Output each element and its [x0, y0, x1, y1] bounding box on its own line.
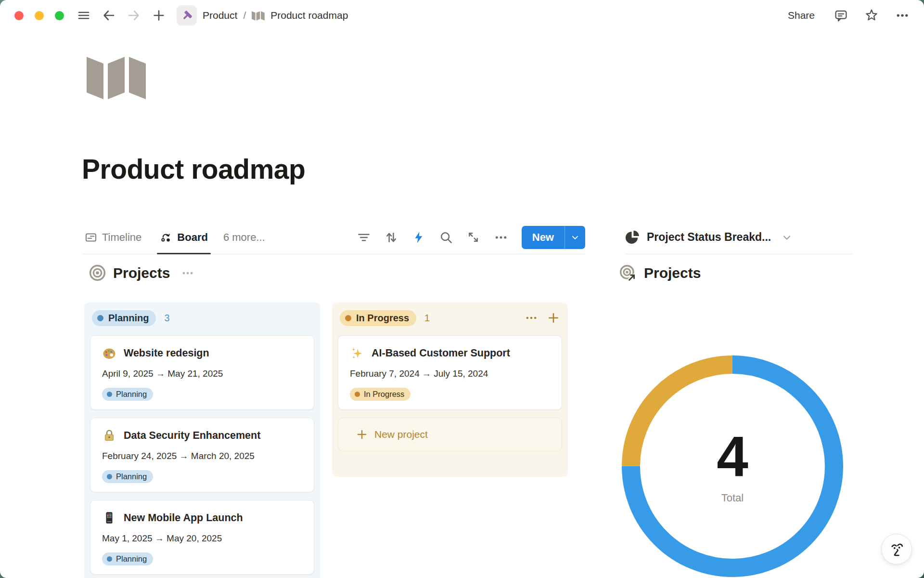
back-button[interactable]: [102, 8, 116, 23]
tab-timeline[interactable]: Timeline: [82, 221, 144, 254]
star-icon: [864, 8, 879, 23]
hammer-icon: [181, 10, 193, 22]
page-title: Product roadmap: [82, 153, 305, 185]
chevron-down-icon: [570, 233, 580, 242]
new-button[interactable]: New: [522, 226, 565, 249]
card-dates: February 7, 2024 → July 15, 2024: [350, 368, 550, 379]
column-name: Planning: [108, 313, 149, 324]
automations-button[interactable]: [411, 230, 426, 245]
card-status-label: Planning: [116, 390, 147, 399]
project-card-ai-support[interactable]: AI-Based Customer Support February 7, 20…: [338, 335, 562, 410]
status-dot: [97, 315, 103, 321]
breadcrumb-separator: /: [243, 10, 246, 21]
card-title: AI-Based Customer Support: [372, 347, 510, 359]
ai-face-icon: [888, 540, 905, 558]
board-column-in-progress: In Progress 1 AI-Based Customer Support …: [332, 302, 568, 477]
chart-section-header: Projects: [619, 264, 701, 282]
card-status-label: Planning: [116, 472, 147, 481]
linked-target-icon: [619, 264, 637, 282]
filter-icon: [357, 230, 371, 245]
status-dot: [107, 392, 112, 397]
card-status-tag: Planning: [102, 470, 153, 483]
board-view-icon: [160, 231, 172, 244]
page-icon-map[interactable]: [87, 55, 146, 99]
project-card-mobile-app[interactable]: New Mobile App Launch May 1, 2025 → May …: [90, 500, 314, 575]
chevron-down-icon: [781, 232, 793, 243]
timeline-view-icon: [85, 231, 97, 244]
expand-view-button[interactable]: [466, 230, 481, 245]
column-add-button[interactable]: [547, 311, 560, 325]
card-title: Website redesign: [124, 347, 209, 359]
lock-icon: [102, 428, 116, 443]
more-icon: [494, 230, 508, 245]
share-button[interactable]: Share: [785, 9, 818, 22]
chart-selector[interactable]: Project Status Breakd...: [625, 221, 853, 254]
card-status-tag: In Progress: [350, 388, 411, 401]
status-pill-in-progress[interactable]: In Progress: [340, 310, 416, 326]
new-project-button[interactable]: New project: [338, 418, 562, 451]
status-donut-chart[interactable]: [622, 355, 843, 577]
sort-button[interactable]: [384, 230, 399, 245]
status-dot: [345, 315, 351, 321]
hamburger-icon: [77, 8, 91, 23]
new-project-label: New project: [374, 429, 428, 440]
card-dates: April 9, 2025 → May 21, 2025: [102, 368, 302, 379]
board-section-title: Projects: [113, 265, 170, 281]
target-icon: [89, 264, 106, 282]
forward-arrow-icon: [127, 8, 141, 23]
card-status-label: In Progress: [364, 390, 404, 399]
palette-icon: [102, 346, 116, 360]
sparkles-icon: [350, 346, 364, 360]
new-page-button[interactable]: [152, 8, 166, 23]
app-window: Product / Product roadmap Share Product …: [0, 0, 924, 578]
notion-ai-button[interactable]: [881, 534, 912, 565]
column-header: Planning 3: [90, 308, 314, 328]
card-title: Data Security Enhancement: [124, 430, 260, 442]
back-arrow-icon: [102, 8, 116, 23]
status-dot: [355, 392, 360, 397]
zoom-window-button[interactable]: [55, 11, 64, 20]
sidebar-toggle-button[interactable]: [77, 8, 91, 23]
search-button[interactable]: [438, 230, 454, 245]
column-count: 3: [164, 313, 169, 324]
teamspace-icon-box[interactable]: [177, 5, 197, 26]
view-bar: Timeline Board 6 more...: [82, 221, 585, 254]
card-status-tag: Planning: [102, 388, 153, 401]
more-views-button[interactable]: 6 more...: [223, 231, 265, 244]
project-card-data-security[interactable]: Data Security Enhancement February 24, 2…: [90, 418, 314, 492]
view-options-button[interactable]: [493, 230, 509, 245]
minimize-window-button[interactable]: [35, 11, 44, 20]
breadcrumb: Product / Product roadmap: [177, 5, 348, 26]
project-card-website-redesign[interactable]: Website redesign April 9, 2025 → May 21,…: [90, 335, 314, 410]
map-icon: [252, 11, 265, 21]
comments-button[interactable]: [834, 9, 848, 23]
new-button-dropdown[interactable]: [565, 226, 585, 249]
more-icon: [525, 311, 538, 325]
titlebar: Product / Product roadmap Share: [0, 0, 924, 31]
favorite-button[interactable]: [864, 8, 879, 23]
expand-icon: [466, 230, 480, 244]
section-menu-button[interactable]: [180, 266, 195, 280]
plus-icon: [547, 311, 560, 325]
board-column-planning: Planning 3 Website redesign April 9, 202…: [84, 302, 320, 578]
tab-board-label: Board: [177, 231, 208, 244]
more-icon: [895, 8, 910, 23]
tab-timeline-label: Timeline: [102, 231, 141, 244]
close-window-button[interactable]: [14, 11, 24, 20]
tab-board[interactable]: Board: [157, 221, 211, 254]
view-toolbar: New: [356, 226, 585, 249]
chart-selector-label: Project Status Breakd...: [647, 231, 771, 244]
filter-button[interactable]: [356, 230, 372, 245]
page-menu-button[interactable]: [895, 8, 910, 23]
sort-icon: [384, 230, 398, 245]
card-dates: February 24, 2025 → March 20, 2025: [102, 451, 302, 461]
comment-icon: [834, 9, 848, 23]
breadcrumb-page[interactable]: Product roadmap: [270, 10, 348, 21]
new-button-group: New: [522, 226, 585, 249]
forward-button[interactable]: [127, 8, 141, 23]
automation-bolt-icon: [412, 231, 425, 244]
column-menu-button[interactable]: [525, 311, 538, 325]
status-pill-planning[interactable]: Planning: [92, 310, 156, 326]
status-dot: [107, 556, 112, 562]
breadcrumb-team[interactable]: Product: [203, 10, 237, 21]
